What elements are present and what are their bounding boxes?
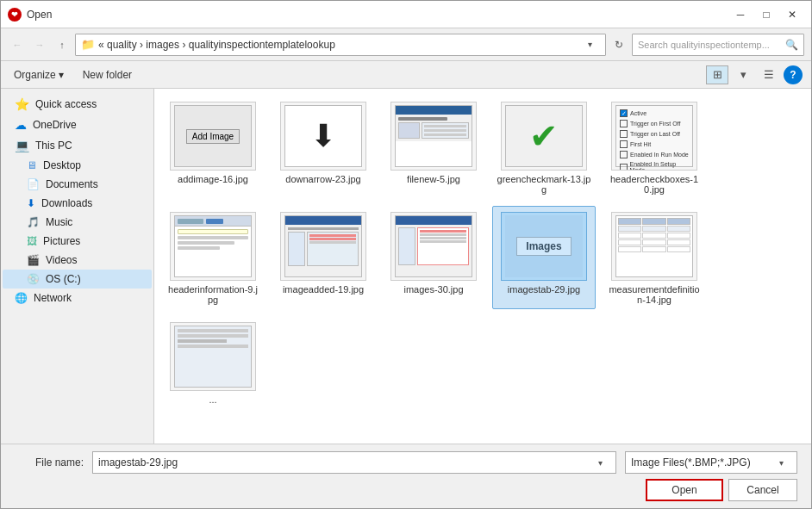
sidebar-item-network[interactable]: 🌐 Network (3, 289, 152, 307)
file-item[interactable]: filenew-5.jpg (382, 96, 485, 199)
search-placeholder: Search qualityinspectiontemp... (638, 40, 782, 50)
address-icon: 📁 (81, 38, 95, 51)
up-button[interactable]: ↑ (53, 35, 72, 54)
sidebar-item-label: Downloads (41, 197, 92, 209)
file-thumbnail (170, 322, 256, 391)
view-icons-button[interactable]: ⊞ (706, 65, 728, 84)
file-thumbnail: Add Image (170, 102, 256, 171)
address-toolbar: ← → ↑ 📁 « quality › images › qualityinsp… (1, 28, 811, 61)
file-item[interactable]: ... (161, 316, 265, 409)
sidebar-item-label: OneDrive (33, 119, 77, 131)
command-toolbar: Organize ▾ New folder ⊞ ▾ ☰ ? (1, 61, 811, 89)
file-name: headercheckboxe​s-10.jpg (607, 174, 702, 195)
sidebar-item-videos[interactable]: 🎬 Videos (3, 251, 152, 270)
icons-view-icon: ⊞ (713, 68, 722, 81)
sidebar-item-label: Desktop (43, 159, 81, 171)
maximize-button[interactable]: □ (754, 6, 778, 23)
sidebar-item-desktop[interactable]: 🖥 Desktop (3, 156, 152, 175)
action-row: Open Cancel (15, 479, 797, 501)
sidebar-item-label: Videos (46, 254, 77, 266)
window-controls: ─ □ ✕ (728, 6, 804, 23)
sidebar-item-downloads[interactable]: ⬇ Downloads (3, 194, 152, 213)
file-name-label: File name: (15, 456, 84, 469)
file-name: images-30.jpg (403, 284, 463, 295)
documents-icon: 📄 (27, 178, 40, 190)
file-item[interactable]: headerinformatio​n-9.jpg (161, 206, 265, 309)
file-item-selected[interactable]: Images imagestab-29.jpg (492, 206, 596, 309)
view-dropdown-button[interactable]: ▾ (732, 65, 754, 84)
file-name-value: imagestab-29.jpg (98, 456, 598, 469)
file-name: imagestab-29.jpg (508, 284, 580, 295)
view-controls: ⊞ ▾ ☰ ? (706, 65, 803, 84)
minimize-button[interactable]: ─ (728, 6, 753, 23)
sidebar-item-label: Pictures (43, 235, 80, 247)
onedrive-icon: ☁ (15, 118, 27, 132)
desktop-icon: 🖥 (27, 159, 37, 171)
sidebar-item-onedrive[interactable]: ☁ OneDrive (3, 115, 152, 135)
file-name: imageadded-19.j​pg (283, 284, 364, 295)
bottom-bar: File name: imagestab-29.jpg ▾ Image File… (1, 444, 811, 508)
sidebar-item-this-pc[interactable]: 💻 This PC (3, 135, 152, 156)
file-type-dropdown-icon[interactable]: ▾ (779, 458, 791, 468)
sidebar-item-label: Music (46, 216, 72, 228)
sidebar: ⭐ Quick access ☁ OneDrive 💻 This PC 🖥 De… (1, 89, 154, 444)
new-folder-button[interactable]: New folder (77, 66, 138, 84)
back-button[interactable]: ← (8, 35, 27, 54)
file-thumbnail: Images (501, 212, 587, 281)
sidebar-item-quick-access[interactable]: ⭐ Quick access (3, 94, 152, 115)
file-thumbnail (390, 212, 477, 281)
file-item[interactable]: images-30.jpg (382, 206, 485, 309)
sidebar-item-label: OS (C:) (46, 273, 81, 285)
music-icon: 🎵 (27, 216, 40, 228)
file-name-input[interactable]: imagestab-29.jpg ▾ (92, 451, 616, 474)
forward-button[interactable]: → (30, 35, 49, 54)
main-content: ⭐ Quick access ☁ OneDrive 💻 This PC 🖥 De… (1, 89, 811, 444)
sidebar-item-music[interactable]: 🎵 Music (3, 213, 152, 232)
sidebar-item-label: Documents (46, 178, 98, 190)
this-pc-icon: 💻 (15, 139, 29, 152)
search-bar[interactable]: Search qualityinspectiontemp... 🔍 (632, 34, 804, 56)
open-button[interactable]: Open (646, 479, 723, 501)
cancel-button[interactable]: Cancel (728, 479, 797, 501)
open-dialog: ❤ Open ─ □ ✕ ← → ↑ 📁 « quality › images … (0, 0, 812, 509)
sidebar-item-label: Quick access (35, 98, 97, 110)
address-path: « quality › images › qualityinspectionte… (98, 39, 584, 51)
refresh-button[interactable]: ↻ (609, 35, 628, 54)
sidebar-item-pictures[interactable]: 🖼 Pictures (3, 232, 152, 251)
list-view-icon: ☰ (764, 68, 774, 81)
downloads-icon: ⬇ (27, 197, 35, 209)
app-icon: ❤ (8, 8, 22, 22)
file-name: ... (209, 394, 216, 405)
file-type-select[interactable]: Image Files(*.BMP;*.JPG) ▾ (625, 451, 797, 474)
search-icon: 🔍 (785, 39, 798, 51)
videos-icon: 🎬 (27, 254, 40, 266)
file-item[interactable]: ✓ Active Trigger on First Off Trigger on… (603, 96, 706, 199)
file-type-value: Image Files(*.BMP;*.JPG) (631, 456, 779, 469)
view-list-button[interactable]: ☰ (758, 65, 780, 84)
organize-button[interactable]: Organize ▾ (9, 66, 68, 84)
address-dropdown-icon[interactable]: ▾ (588, 40, 600, 49)
file-name: measurementdefi​nition-14.jpg (607, 284, 702, 305)
file-name-dropdown-icon[interactable]: ▾ (598, 458, 610, 468)
view-dropdown-icon: ▾ (740, 68, 746, 81)
file-name: filenew-5.jpg (407, 174, 460, 184)
sidebar-item-os-c[interactable]: 💿 OS (C:) (3, 270, 152, 289)
file-name-row: File name: imagestab-29.jpg ▾ Image File… (15, 451, 797, 474)
address-bar[interactable]: 📁 « quality › images › qualityinspection… (75, 34, 606, 56)
os-c-icon: 💿 (27, 273, 40, 285)
sidebar-item-documents[interactable]: 📄 Documents (3, 175, 152, 194)
help-button[interactable]: ? (784, 65, 803, 84)
title-bar: ❤ Open ─ □ ✕ (1, 1, 811, 28)
file-item[interactable]: measurementdefi​nition-14.jpg (603, 206, 706, 309)
pictures-icon: 🖼 (27, 235, 37, 247)
file-item[interactable]: Add Image addimage-16.jpg (161, 96, 265, 199)
file-item[interactable]: imageadded-19.j​pg (272, 206, 375, 309)
file-thumbnail (170, 212, 256, 281)
file-thumbnail: ⬇ (280, 102, 366, 171)
file-thumbnail: ✔ (501, 102, 587, 171)
sidebar-item-label: This PC (35, 140, 72, 152)
close-button[interactable]: ✕ (780, 6, 804, 23)
file-item[interactable]: ⬇ downarrow-23.jp​g (272, 96, 375, 199)
file-name: headerinformatio​n-9.jpg (166, 284, 260, 305)
file-item[interactable]: ✔ greencheckmark-13.jpg (492, 96, 596, 199)
